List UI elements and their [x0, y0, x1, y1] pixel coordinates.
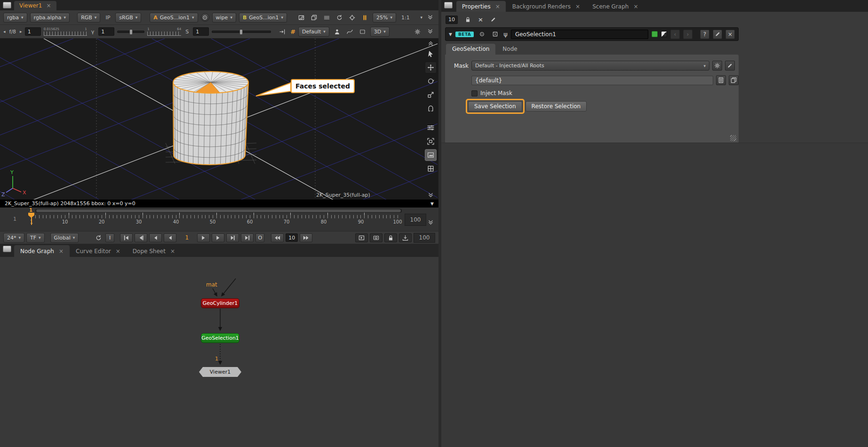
rotate-tool-icon[interactable] [425, 75, 437, 87]
next-keyframe-button[interactable] [226, 233, 239, 242]
chevron-left-icon[interactable]: ◂ [3, 29, 6, 34]
duplicate-icon[interactable] [729, 75, 739, 85]
refresh-render-icon[interactable] [334, 13, 344, 23]
close-icon[interactable]: × [116, 248, 120, 254]
jump-back-button[interactable] [271, 233, 284, 242]
channels-dropdown[interactable]: rgba▾ [3, 13, 27, 23]
mat-input-label[interactable]: mat [206, 281, 217, 288]
script-icon[interactable] [716, 75, 726, 85]
gain-slider[interactable]: 0.0156251 [44, 27, 87, 36]
timeline-minor-ticks[interactable] [32, 215, 398, 218]
tree-icon[interactable]: ψ [503, 31, 508, 38]
node-name-field[interactable]: GeoSelection1 [511, 30, 648, 39]
clone-panel-icon[interactable] [490, 29, 500, 39]
current-frame-field[interactable]: 1 [178, 234, 195, 241]
select-tool-icon[interactable] [425, 48, 437, 60]
saturation-slider-handle[interactable] [239, 29, 243, 35]
play-button[interactable] [197, 233, 210, 242]
export-icon[interactable] [399, 233, 412, 242]
input-b-dropdown[interactable]: BGeoS...ion1▾ [239, 13, 287, 23]
set-in-button[interactable]: I [105, 233, 114, 242]
mask-settings-icon[interactable] [712, 61, 722, 71]
max-panels-input[interactable]: 10 [446, 16, 458, 24]
panel-menu-icon[interactable] [3, 246, 11, 252]
node-viewer1[interactable]: Viewer1 [199, 367, 241, 377]
undo-button[interactable]: ‹ [670, 30, 680, 39]
gamma-slider-handle[interactable] [129, 29, 133, 35]
guides-toggle-icon[interactable]: # [290, 28, 295, 35]
chevron-right-icon[interactable]: ▸ [20, 29, 22, 34]
close-icon[interactable]: × [170, 248, 175, 254]
inject-mask-checkbox[interactable] [471, 90, 478, 96]
tab-viewer1[interactable]: Viewer1 × [14, 1, 56, 10]
step-back-button[interactable] [149, 233, 162, 242]
fstop-label[interactable]: f/8 [8, 27, 17, 37]
edit-node-icon[interactable] [713, 30, 722, 39]
restore-selection-button[interactable]: Restore Selection [526, 101, 587, 112]
status-dropdown-icon[interactable]: ▼ [430, 201, 434, 206]
gamma-input[interactable]: 1 [98, 27, 114, 36]
collapse-up-icon[interactable] [425, 40, 437, 46]
frame-step-input[interactable]: 10 [286, 233, 298, 242]
image-overlay-icon[interactable] [425, 149, 437, 161]
timeline[interactable]: 1 1 10 20 30 40 50 60 70 80 90 100 1 100 [0, 208, 438, 231]
display-mode-dropdown[interactable]: RGB▾ [77, 13, 100, 23]
collapse-toolbar-icon[interactable] [425, 27, 435, 37]
close-panel-icon[interactable]: × [725, 30, 735, 39]
tab-background-renders[interactable]: Background Renders× [507, 1, 586, 12]
node-color-swatch[interactable] [652, 31, 658, 37]
alpha-channel-dropdown[interactable]: rgba.alpha▾ [30, 13, 70, 23]
pixel-aspect-button[interactable]: 1:1 [399, 13, 412, 23]
tab-node-graph[interactable]: Node Graph× [14, 245, 70, 257]
saturation-slider[interactable] [212, 31, 271, 33]
set-out-button[interactable]: O [255, 233, 264, 242]
frame-clamp-icon[interactable] [278, 27, 287, 37]
filter-dropdown[interactable]: Default▾ [298, 27, 329, 37]
wipe-preview-icon[interactable] [296, 13, 306, 23]
panel-menu-icon[interactable] [3, 2, 11, 8]
end-frame-box[interactable]: 100 [414, 233, 435, 243]
colorspace-dropdown[interactable]: sRGB▾ [115, 13, 141, 23]
occlusion-icon[interactable] [332, 27, 342, 37]
tab-geoselection[interactable]: GeoSelection [446, 44, 495, 55]
tab-curve-editor[interactable]: Curve Editor× [70, 245, 127, 257]
snap-tool-icon[interactable] [425, 103, 437, 114]
goto-start-button[interactable] [120, 233, 133, 242]
scale-tool-icon[interactable] [425, 89, 437, 101]
new-viewer-icon[interactable] [309, 13, 319, 23]
collapse-down-icon[interactable] [425, 192, 437, 199]
gain-input[interactable]: 1 [25, 27, 41, 36]
play-backward-button[interactable] [164, 233, 176, 242]
previous-keyframe-button[interactable] [135, 233, 147, 242]
mask-expression-field[interactable]: {default} [471, 76, 713, 85]
help-button[interactable]: ? [700, 30, 709, 39]
timeline-mode-dropdown[interactable]: TF▾ [26, 233, 45, 243]
close-icon[interactable]: × [59, 248, 64, 254]
gamma-slider[interactable] [117, 31, 144, 33]
panel-menu-icon[interactable] [444, 2, 453, 8]
gl-color-swatch[interactable] [661, 31, 667, 37]
close-icon[interactable]: × [46, 3, 51, 8]
viewport-canvas[interactable]: YXZ [0, 39, 438, 200]
timeline-scrollbar[interactable] [35, 209, 402, 213]
node-geocylinder1[interactable]: GeoCylinder1 [201, 298, 239, 308]
lock-range-icon[interactable] [384, 233, 397, 242]
roi-icon[interactable] [358, 27, 367, 37]
lock-panels-icon[interactable] [463, 15, 473, 24]
render-icon[interactable] [370, 233, 382, 242]
loop-mode-icon[interactable] [94, 233, 104, 243]
saturation-input[interactable]: 1 [193, 27, 209, 36]
tab-properties[interactable]: Properties× [456, 1, 506, 12]
goto-end-button[interactable] [241, 233, 254, 242]
tab-scene-graph[interactable]: Scene Graph× [587, 1, 644, 12]
grid-view-icon[interactable] [425, 163, 437, 175]
center-node-icon[interactable] [477, 29, 487, 39]
pause-render-icon[interactable] [360, 13, 370, 23]
jump-forward-button[interactable] [300, 233, 312, 242]
node-geoselection1[interactable]: GeoSelection1 [201, 333, 239, 343]
step-forward-button[interactable] [212, 233, 224, 242]
proxy-toggle-icon[interactable] [347, 13, 357, 23]
stack-mode-icon[interactable] [322, 13, 332, 23]
close-all-panels-icon[interactable]: × [478, 16, 483, 23]
mask-edit-icon[interactable] [725, 61, 735, 71]
